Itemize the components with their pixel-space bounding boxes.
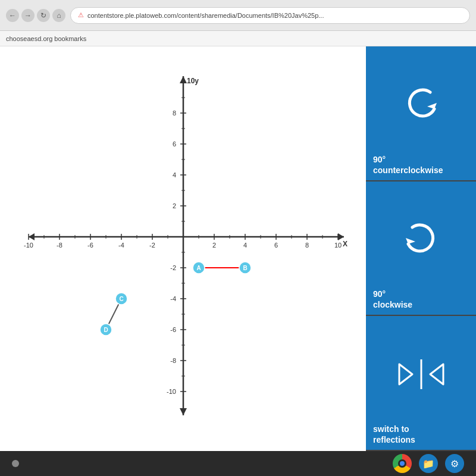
svg-text:8: 8 (305, 242, 308, 249)
svg-text:6: 6 (274, 242, 277, 249)
svg-text:2: 2 (212, 242, 215, 249)
forward-button[interactable]: → (21, 9, 35, 22)
browser-nav: ← → ↻ ⌂ (6, 9, 65, 22)
bookmark-label: chooseaesd.org bookmarks (6, 35, 86, 42)
reflections-button[interactable]: switch to reflections (366, 316, 476, 451)
back-button[interactable]: ← (6, 9, 19, 22)
taskbar: 📁 ⚙ (0, 451, 476, 476)
counterclockwise-button[interactable]: 90° counterclockwise (366, 46, 476, 181)
svg-text:2: 2 (172, 202, 176, 209)
reflections-icon (394, 353, 448, 395)
svg-text:6: 6 (172, 140, 176, 148)
svg-text:A: A (196, 265, 201, 271)
svg-text:-6: -6 (170, 326, 176, 333)
reflections-icon-area (366, 316, 476, 432)
sidebar: 90° counterclockwise 90° clockwise (366, 46, 476, 451)
browser-bar: ← → ↻ ⌂ ⚠ contentstore.ple.platoweb.com/… (0, 0, 476, 31)
svg-text:8: 8 (172, 109, 176, 117)
svg-text:B: B (243, 265, 247, 271)
clockwise-button[interactable]: 90° clockwise (366, 181, 476, 317)
svg-marker-79 (399, 364, 412, 384)
files-icon[interactable]: 📁 (419, 454, 438, 473)
lock-icon: ⚠ (78, 11, 84, 19)
counterclockwise-icon-area (366, 46, 476, 162)
graph-area: -10 -8 -6 -4 -2 2 4 6 8 (0, 46, 366, 451)
reload-button[interactable]: ↻ (37, 9, 50, 22)
main-content: -10 -8 -6 -4 -2 2 4 6 8 (0, 46, 476, 451)
clockwise-icon-area (366, 181, 476, 298)
svg-text:-2: -2 (170, 264, 176, 271)
bookmark-bar: chooseaesd.org bookmarks (0, 31, 476, 46)
svg-text:-10: -10 (24, 242, 33, 249)
address-bar[interactable]: ⚠ contentstore.ple.platoweb.com/content/… (70, 7, 470, 24)
svg-text:-8: -8 (170, 357, 176, 364)
taskbar-dot (12, 460, 19, 467)
svg-text:-8: -8 (57, 242, 62, 249)
svg-text:C: C (119, 296, 123, 302)
svg-text:-4: -4 (170, 295, 176, 302)
svg-text:X: X (343, 240, 347, 248)
svg-text:-10: -10 (167, 388, 176, 395)
svg-marker-80 (430, 364, 443, 384)
settings-icon[interactable]: ⚙ (445, 454, 464, 473)
clockwise-icon (397, 215, 445, 263)
url-text: contentstore.ple.platoweb.com/content/sh… (87, 12, 324, 19)
svg-text:4: 4 (243, 242, 246, 249)
svg-text:-2: -2 (149, 242, 155, 249)
svg-text:10y: 10y (187, 77, 199, 85)
chrome-icon[interactable] (393, 454, 412, 473)
svg-text:D: D (104, 327, 108, 333)
svg-text:10: 10 (334, 242, 341, 249)
svg-text:-6: -6 (87, 242, 93, 249)
svg-text:4: 4 (172, 171, 176, 178)
svg-text:-4: -4 (118, 242, 124, 249)
counterclockwise-icon (397, 80, 445, 128)
home-button[interactable]: ⌂ (52, 9, 65, 22)
coordinate-plane: -10 -8 -6 -4 -2 2 4 6 8 (11, 64, 356, 433)
